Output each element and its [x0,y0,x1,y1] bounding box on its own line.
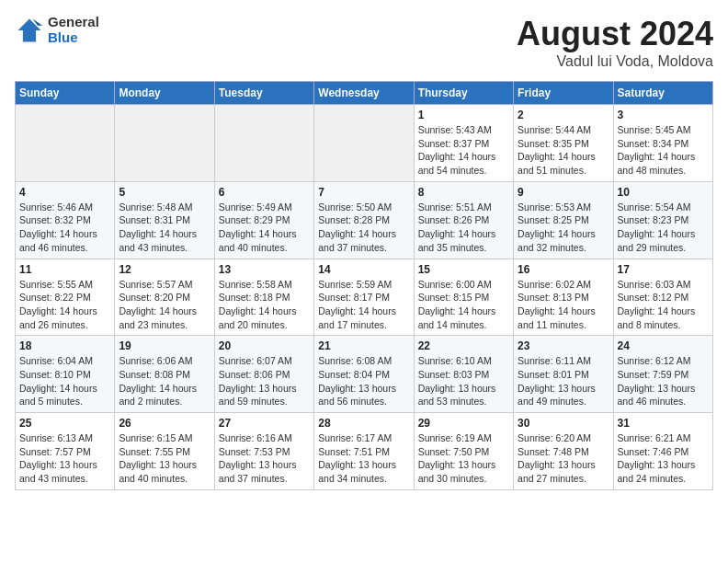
day-info: Sunrise: 6:00 AM Sunset: 8:15 PM Dayligh… [418,278,509,332]
day-number: 29 [418,417,509,430]
calendar-cell: 14Sunrise: 5:59 AM Sunset: 8:17 PM Dayli… [314,259,414,336]
day-number: 19 [119,339,210,352]
day-number: 5 [119,186,210,199]
day-number: 11 [19,263,110,276]
calendar-cell: 5Sunrise: 5:48 AM Sunset: 8:31 PM Daylig… [115,181,214,259]
calendar-cell: 16Sunrise: 6:02 AM Sunset: 8:13 PM Dayli… [514,259,613,336]
day-info: Sunrise: 5:46 AM Sunset: 8:32 PM Dayligh… [19,201,110,255]
day-info: Sunrise: 6:19 AM Sunset: 7:50 PM Dayligh… [418,431,509,486]
day-number: 16 [518,263,609,276]
title-block: August 2024 Vadul lui Voda, Moldova [517,15,713,70]
calendar-cell: 31Sunrise: 6:21 AM Sunset: 7:46 PM Dayli… [613,413,712,490]
col-header-thursday: Thursday [414,82,513,105]
day-number: 7 [318,186,409,199]
calendar-cell: 9Sunrise: 5:53 AM Sunset: 8:25 PM Daylig… [514,181,613,259]
calendar-cell: 19Sunrise: 6:06 AM Sunset: 8:08 PM Dayli… [115,336,214,413]
day-info: Sunrise: 6:08 AM Sunset: 8:04 PM Dayligh… [318,354,409,408]
day-info: Sunrise: 6:17 AM Sunset: 7:51 PM Dayligh… [318,431,409,486]
col-header-friday: Friday [514,82,613,105]
calendar-cell: 13Sunrise: 5:58 AM Sunset: 8:18 PM Dayli… [214,259,313,336]
col-header-wednesday: Wednesday [314,82,414,105]
day-info: Sunrise: 5:43 AM Sunset: 8:37 PM Dayligh… [418,123,509,178]
calendar-cell: 30Sunrise: 6:20 AM Sunset: 7:48 PM Dayli… [514,413,613,490]
calendar-cell: 18Sunrise: 6:04 AM Sunset: 8:10 PM Dayli… [16,336,115,413]
day-number: 9 [518,186,609,199]
day-number: 4 [19,186,110,199]
day-info: Sunrise: 5:54 AM Sunset: 8:23 PM Dayligh… [618,201,709,255]
calendar-cell: 11Sunrise: 5:55 AM Sunset: 8:22 PM Dayli… [16,259,115,336]
calendar-cell: 26Sunrise: 6:15 AM Sunset: 7:55 PM Dayli… [115,413,214,490]
logo-blue-text: Blue [48,30,99,46]
col-header-tuesday: Tuesday [214,82,313,105]
day-info: Sunrise: 6:13 AM Sunset: 7:57 PM Dayligh… [19,431,110,486]
calendar-cell: 20Sunrise: 6:07 AM Sunset: 8:06 PM Dayli… [214,336,313,413]
day-info: Sunrise: 5:57 AM Sunset: 8:20 PM Dayligh… [119,278,210,332]
day-info: Sunrise: 6:03 AM Sunset: 8:12 PM Dayligh… [618,278,709,332]
col-header-monday: Monday [115,82,214,105]
col-header-saturday: Saturday [613,82,712,105]
page-header: General Blue August 2024 Vadul lui Voda,… [15,15,713,70]
day-number: 1 [418,109,509,121]
calendar-cell: 22Sunrise: 6:10 AM Sunset: 8:03 PM Dayli… [414,336,513,413]
col-header-sunday: Sunday [16,82,115,105]
week-row-2: 4Sunrise: 5:46 AM Sunset: 8:32 PM Daylig… [16,181,713,259]
day-number: 13 [219,263,310,276]
day-number: 20 [219,339,310,352]
week-row-5: 25Sunrise: 6:13 AM Sunset: 7:57 PM Dayli… [16,413,713,490]
day-info: Sunrise: 5:55 AM Sunset: 8:22 PM Dayligh… [19,278,110,332]
day-number: 30 [518,417,609,430]
day-info: Sunrise: 6:16 AM Sunset: 7:53 PM Dayligh… [219,431,310,486]
day-info: Sunrise: 6:06 AM Sunset: 8:08 PM Dayligh… [119,354,210,408]
logo-icon [15,16,44,45]
day-info: Sunrise: 6:04 AM Sunset: 8:10 PM Dayligh… [19,354,110,408]
header-row: SundayMondayTuesdayWednesdayThursdayFrid… [16,82,713,105]
day-number: 26 [119,417,210,430]
calendar-cell: 10Sunrise: 5:54 AM Sunset: 8:23 PM Dayli… [613,181,712,259]
logo-general-text: General [48,15,99,30]
calendar-cell: 23Sunrise: 6:11 AM Sunset: 8:01 PM Dayli… [514,336,613,413]
calendar-cell: 7Sunrise: 5:50 AM Sunset: 8:28 PM Daylig… [314,181,414,259]
day-number: 31 [618,417,709,430]
calendar-cell [16,105,115,182]
day-info: Sunrise: 6:07 AM Sunset: 8:06 PM Dayligh… [219,354,310,408]
day-number: 8 [418,186,509,199]
day-number: 6 [219,186,310,199]
day-info: Sunrise: 5:53 AM Sunset: 8:25 PM Dayligh… [518,201,609,255]
calendar-cell: 8Sunrise: 5:51 AM Sunset: 8:26 PM Daylig… [414,181,513,259]
day-info: Sunrise: 5:48 AM Sunset: 8:31 PM Dayligh… [119,201,210,255]
logo: General Blue [15,15,99,45]
subtitle: Vadul lui Voda, Moldova [517,53,713,70]
calendar-cell: 15Sunrise: 6:00 AM Sunset: 8:15 PM Dayli… [414,259,513,336]
day-number: 23 [518,339,609,352]
calendar-cell: 4Sunrise: 5:46 AM Sunset: 8:32 PM Daylig… [16,181,115,259]
calendar-cell: 2Sunrise: 5:44 AM Sunset: 8:35 PM Daylig… [514,105,613,182]
calendar-cell: 17Sunrise: 6:03 AM Sunset: 8:12 PM Dayli… [613,259,712,336]
day-number: 17 [618,263,709,276]
week-row-1: 1Sunrise: 5:43 AM Sunset: 8:37 PM Daylig… [16,105,713,182]
week-row-3: 11Sunrise: 5:55 AM Sunset: 8:22 PM Dayli… [16,259,713,336]
calendar-cell: 24Sunrise: 6:12 AM Sunset: 7:59 PM Dayli… [613,336,712,413]
day-info: Sunrise: 5:44 AM Sunset: 8:35 PM Dayligh… [518,123,609,178]
day-number: 2 [518,109,609,121]
day-number: 12 [119,263,210,276]
day-number: 21 [318,339,409,352]
day-number: 3 [618,109,709,121]
day-info: Sunrise: 6:20 AM Sunset: 7:48 PM Dayligh… [518,431,609,486]
day-number: 14 [318,263,409,276]
calendar-cell: 28Sunrise: 6:17 AM Sunset: 7:51 PM Dayli… [314,413,414,490]
calendar-cell: 29Sunrise: 6:19 AM Sunset: 7:50 PM Dayli… [414,413,513,490]
day-number: 18 [19,339,110,352]
day-number: 25 [19,417,110,430]
main-title: August 2024 [517,15,713,53]
day-info: Sunrise: 6:02 AM Sunset: 8:13 PM Dayligh… [518,278,609,332]
day-info: Sunrise: 5:59 AM Sunset: 8:17 PM Dayligh… [318,278,409,332]
day-info: Sunrise: 5:58 AM Sunset: 8:18 PM Dayligh… [219,278,310,332]
day-number: 10 [618,186,709,199]
calendar-cell: 21Sunrise: 6:08 AM Sunset: 8:04 PM Dayli… [314,336,414,413]
calendar-cell: 6Sunrise: 5:49 AM Sunset: 8:29 PM Daylig… [214,181,313,259]
calendar-cell: 25Sunrise: 6:13 AM Sunset: 7:57 PM Dayli… [16,413,115,490]
calendar-cell [314,105,414,182]
calendar-cell [214,105,313,182]
week-row-4: 18Sunrise: 6:04 AM Sunset: 8:10 PM Dayli… [16,336,713,413]
day-info: Sunrise: 5:51 AM Sunset: 8:26 PM Dayligh… [418,201,509,255]
